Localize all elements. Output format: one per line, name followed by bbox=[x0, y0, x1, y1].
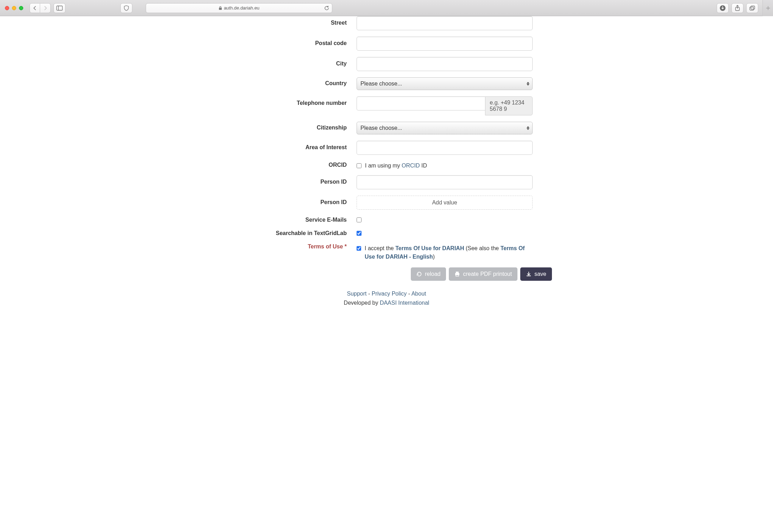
refresh-icon bbox=[416, 271, 422, 277]
svg-rect-9 bbox=[456, 274, 459, 276]
row-city: City bbox=[191, 57, 582, 71]
terms-link-1[interactable]: Terms Of Use for DARIAH bbox=[395, 245, 464, 251]
label-country: Country bbox=[191, 77, 357, 87]
street-input[interactable] bbox=[357, 16, 533, 30]
tabs-icon bbox=[749, 6, 755, 11]
pdf-button[interactable]: create PDF printout bbox=[449, 267, 517, 281]
address-bar[interactable]: auth.de.dariah.eu bbox=[146, 3, 332, 13]
download-icon bbox=[719, 5, 726, 11]
person-id-input[interactable] bbox=[357, 175, 533, 189]
row-telephone: Telephone number e.g. +49 1234 5678 9 bbox=[191, 96, 582, 115]
print-icon bbox=[454, 271, 460, 277]
share-button[interactable] bbox=[731, 3, 743, 13]
nav-buttons bbox=[30, 3, 51, 13]
close-window-button[interactable] bbox=[5, 6, 9, 10]
new-tab-button[interactable] bbox=[762, 0, 773, 16]
form-actions: reload create PDF printout save bbox=[216, 267, 557, 281]
country-select-value: Please choose... bbox=[360, 81, 402, 87]
chevron-left-icon bbox=[33, 6, 37, 11]
city-input[interactable] bbox=[357, 57, 533, 71]
chevron-right-icon bbox=[44, 6, 47, 11]
telephone-hint: e.g. +49 1234 5678 9 bbox=[485, 96, 533, 115]
service-emails-checkbox[interactable] bbox=[357, 217, 362, 222]
back-button[interactable] bbox=[30, 3, 40, 13]
label-person-id: Person ID bbox=[191, 175, 357, 185]
terms-checkbox[interactable] bbox=[357, 246, 361, 251]
label-telephone: Telephone number bbox=[191, 96, 357, 106]
minimize-window-button[interactable] bbox=[12, 6, 16, 10]
daasi-link[interactable]: DAASI International bbox=[380, 300, 429, 306]
svg-rect-6 bbox=[751, 6, 755, 9]
row-person-id: Person ID bbox=[191, 175, 582, 189]
label-area-of-interest: Area of Interest bbox=[191, 141, 357, 151]
download-save-icon bbox=[526, 271, 532, 277]
row-country: Country Please choose... bbox=[191, 77, 582, 90]
svg-rect-0 bbox=[57, 6, 63, 10]
orcid-link[interactable]: ORCID bbox=[402, 163, 420, 169]
row-citizenship: Citizenship Please choose... bbox=[191, 122, 582, 134]
add-value-button[interactable]: Add value bbox=[357, 196, 533, 210]
country-select[interactable]: Please choose... bbox=[357, 77, 533, 90]
shield-icon bbox=[124, 5, 129, 11]
lock-icon bbox=[219, 6, 222, 10]
forward-button[interactable] bbox=[40, 3, 51, 13]
label-orcid: ORCID bbox=[191, 161, 357, 168]
form-container: Street Postal code City Country Please c… bbox=[186, 16, 587, 261]
row-street: Street bbox=[191, 16, 582, 30]
row-service-emails: Service E-Mails bbox=[191, 216, 582, 223]
window-controls bbox=[5, 6, 23, 10]
browser-toolbar: auth.de.dariah.eu bbox=[0, 0, 773, 16]
row-searchable: Searchable in TextGridLab bbox=[191, 229, 582, 236]
privacy-link[interactable]: Privacy Policy bbox=[372, 291, 407, 297]
label-citizenship: Citizenship bbox=[191, 122, 357, 131]
fullscreen-window-button[interactable] bbox=[19, 6, 23, 10]
chevron-updown-icon bbox=[527, 126, 529, 130]
support-link[interactable]: Support bbox=[347, 291, 367, 297]
downloads-button[interactable] bbox=[717, 3, 729, 13]
area-of-interest-input[interactable] bbox=[357, 141, 533, 155]
row-postal-code: Postal code bbox=[191, 37, 582, 51]
label-terms: Terms of Use * bbox=[191, 243, 357, 250]
svg-rect-10 bbox=[527, 276, 531, 276]
reload-button[interactable]: reload bbox=[411, 267, 446, 281]
reload-icon[interactable] bbox=[324, 6, 329, 11]
label-service-emails: Service E-Mails bbox=[191, 216, 357, 223]
searchable-checkbox[interactable] bbox=[357, 231, 362, 236]
terms-text: I accept the Terms Of Use for DARIAH (Se… bbox=[365, 244, 533, 261]
telephone-input[interactable] bbox=[357, 96, 485, 110]
row-area-of-interest: Area of Interest bbox=[191, 141, 582, 155]
chevron-updown-icon bbox=[527, 82, 529, 86]
plus-icon bbox=[766, 6, 770, 10]
save-button[interactable]: save bbox=[520, 267, 552, 281]
tabs-button[interactable] bbox=[746, 3, 758, 13]
privacy-report-button[interactable] bbox=[120, 3, 132, 13]
orcid-text: I am using my ORCID ID bbox=[365, 163, 427, 169]
label-city: City bbox=[191, 57, 357, 67]
label-searchable: Searchable in TextGridLab bbox=[191, 229, 357, 236]
label-street: Street bbox=[191, 16, 357, 26]
label-person-id-2: Person ID bbox=[191, 196, 357, 205]
orcid-checkbox[interactable] bbox=[357, 163, 362, 168]
svg-rect-2 bbox=[219, 8, 222, 10]
svg-rect-5 bbox=[750, 7, 754, 10]
postal-code-input[interactable] bbox=[357, 37, 533, 51]
sidebar-icon bbox=[56, 6, 63, 11]
row-person-id-add: Person ID Add value bbox=[191, 196, 582, 210]
citizenship-select-value: Please choose... bbox=[360, 125, 402, 131]
sidebar-toggle-button[interactable] bbox=[54, 3, 65, 13]
svg-rect-7 bbox=[456, 272, 459, 273]
page-content: Street Postal code City Country Please c… bbox=[0, 16, 773, 318]
share-icon bbox=[735, 5, 740, 11]
url-text: auth.de.dariah.eu bbox=[224, 5, 259, 11]
about-link[interactable]: About bbox=[411, 291, 426, 297]
row-orcid: ORCID I am using my ORCID ID bbox=[191, 161, 582, 169]
footer: Support - Privacy Policy - About Develop… bbox=[0, 289, 773, 307]
citizenship-select[interactable]: Please choose... bbox=[357, 122, 533, 134]
row-terms: Terms of Use * I accept the Terms Of Use… bbox=[191, 243, 582, 261]
right-tools bbox=[717, 3, 758, 13]
label-postal-code: Postal code bbox=[191, 37, 357, 46]
